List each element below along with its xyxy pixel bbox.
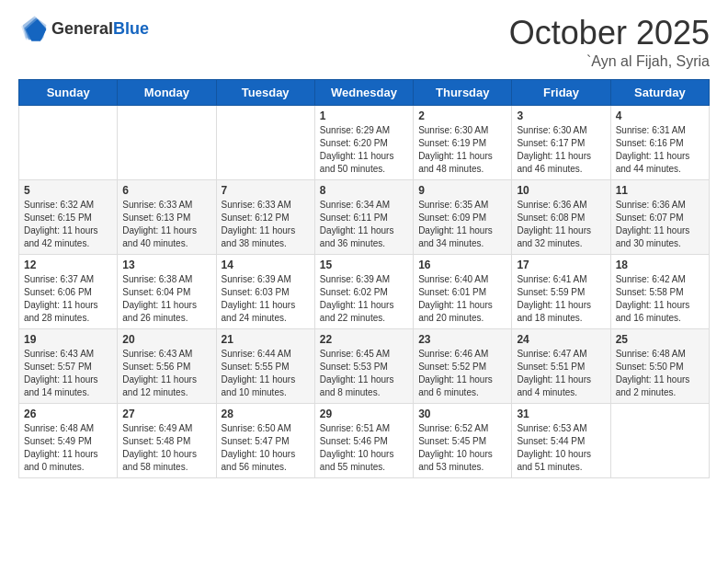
calendar-cell: 30Sunrise: 6:52 AMSunset: 5:45 PMDayligh… (414, 403, 512, 477)
day-info: Sunrise: 6:43 AMSunset: 5:57 PMDaylight:… (24, 348, 112, 399)
daylight-text: Daylight: 11 hours and 48 minutes. (418, 150, 506, 176)
day-number: 22 (320, 333, 408, 346)
daylight-text: Daylight: 11 hours and 40 minutes. (122, 224, 210, 250)
sunrise-text: Sunrise: 6:42 AM (616, 273, 704, 286)
day-number: 21 (222, 333, 310, 346)
day-number: 27 (122, 408, 210, 420)
sunrise-text: Sunrise: 6:43 AM (24, 348, 112, 361)
daylight-text: Daylight: 11 hours and 22 minutes. (320, 299, 408, 325)
sunrise-text: Sunrise: 6:33 AM (222, 199, 310, 212)
calendar-cell: 26Sunrise: 6:48 AMSunset: 5:49 PMDayligh… (19, 403, 118, 477)
day-number: 15 (320, 259, 408, 271)
calendar-cell: 3Sunrise: 6:30 AMSunset: 6:17 PMDaylight… (512, 105, 610, 179)
day-info: Sunrise: 6:48 AMSunset: 5:50 PMDaylight:… (616, 348, 704, 399)
day-info: Sunrise: 6:49 AMSunset: 5:48 PMDaylight:… (122, 422, 210, 474)
sunset-text: Sunset: 6:19 PM (418, 137, 506, 150)
sunset-text: Sunset: 6:02 PM (320, 286, 408, 299)
daylight-text: Daylight: 11 hours and 32 minutes. (517, 224, 605, 250)
daylight-text: Daylight: 11 hours and 14 minutes. (24, 373, 112, 399)
day-number: 5 (24, 184, 112, 197)
calendar-cell: 28Sunrise: 6:50 AMSunset: 5:47 PMDayligh… (216, 403, 314, 477)
daylight-text: Daylight: 11 hours and 36 minutes. (320, 224, 408, 250)
day-info: Sunrise: 6:29 AMSunset: 6:20 PMDaylight:… (320, 124, 408, 176)
day-number: 25 (616, 333, 704, 346)
calendar-cell: 4Sunrise: 6:31 AMSunset: 6:16 PMDaylight… (610, 105, 709, 179)
sunset-text: Sunset: 6:20 PM (320, 137, 408, 150)
sunset-text: Sunset: 6:04 PM (122, 286, 210, 299)
sunset-text: Sunset: 5:55 PM (222, 361, 310, 373)
day-info: Sunrise: 6:45 AMSunset: 5:53 PMDaylight:… (320, 348, 408, 399)
day-number: 4 (616, 109, 704, 122)
weekday-header: Monday (118, 79, 216, 105)
calendar-week-row: 5Sunrise: 6:32 AMSunset: 6:15 PMDaylight… (19, 179, 710, 254)
day-info: Sunrise: 6:34 AMSunset: 6:11 PMDaylight:… (320, 199, 408, 250)
sunset-text: Sunset: 6:16 PM (616, 137, 704, 150)
calendar-cell: 11Sunrise: 6:36 AMSunset: 6:07 PMDayligh… (610, 179, 709, 254)
daylight-text: Daylight: 11 hours and 30 minutes. (616, 224, 704, 250)
day-number: 17 (517, 259, 605, 271)
calendar-cell (610, 403, 709, 477)
logo-icon (18, 15, 48, 44)
daylight-text: Daylight: 11 hours and 10 minutes. (222, 373, 310, 399)
day-info: Sunrise: 6:36 AMSunset: 6:08 PMDaylight:… (517, 199, 605, 250)
sunrise-text: Sunrise: 6:48 AM (616, 348, 704, 361)
sunrise-text: Sunrise: 6:38 AM (122, 273, 210, 286)
sunset-text: Sunset: 5:46 PM (320, 435, 408, 448)
sunrise-text: Sunrise: 6:35 AM (418, 199, 506, 212)
sunrise-text: Sunrise: 6:33 AM (122, 199, 210, 212)
calendar-cell: 14Sunrise: 6:39 AMSunset: 6:03 PMDayligh… (216, 254, 314, 328)
day-number: 3 (517, 109, 605, 122)
calendar-week-row: 1Sunrise: 6:29 AMSunset: 6:20 PMDaylight… (19, 105, 710, 179)
daylight-text: Daylight: 10 hours and 56 minutes. (222, 448, 310, 474)
sunset-text: Sunset: 6:17 PM (517, 137, 605, 150)
calendar-cell: 2Sunrise: 6:30 AMSunset: 6:19 PMDaylight… (414, 105, 512, 179)
header: GeneralBlue October 2025 `Ayn al Fijah, … (18, 15, 710, 70)
daylight-text: Daylight: 11 hours and 28 minutes. (24, 299, 112, 325)
location: `Ayn al Fijah, Syria (509, 53, 710, 70)
sunset-text: Sunset: 5:47 PM (222, 435, 310, 448)
calendar-cell: 10Sunrise: 6:36 AMSunset: 6:08 PMDayligh… (512, 179, 610, 254)
calendar-cell (19, 105, 118, 179)
calendar-table: SundayMondayTuesdayWednesdayThursdayFrid… (18, 79, 710, 478)
day-info: Sunrise: 6:42 AMSunset: 5:58 PMDaylight:… (616, 273, 704, 325)
sunrise-text: Sunrise: 6:30 AM (418, 124, 506, 137)
calendar-cell: 1Sunrise: 6:29 AMSunset: 6:20 PMDaylight… (314, 105, 413, 179)
sunrise-text: Sunrise: 6:39 AM (222, 273, 310, 286)
sunset-text: Sunset: 6:03 PM (222, 286, 310, 299)
calendar-cell: 16Sunrise: 6:40 AMSunset: 6:01 PMDayligh… (414, 254, 512, 328)
day-number: 30 (418, 408, 506, 420)
day-number: 10 (517, 184, 605, 197)
calendar-cell: 8Sunrise: 6:34 AMSunset: 6:11 PMDaylight… (314, 179, 413, 254)
sunrise-text: Sunrise: 6:29 AM (320, 124, 408, 137)
sunrise-text: Sunrise: 6:46 AM (418, 348, 506, 361)
day-info: Sunrise: 6:30 AMSunset: 6:17 PMDaylight:… (517, 124, 605, 176)
daylight-text: Daylight: 11 hours and 4 minutes. (517, 373, 605, 399)
sunrise-text: Sunrise: 6:40 AM (418, 273, 506, 286)
sunrise-text: Sunrise: 6:45 AM (320, 348, 408, 361)
day-info: Sunrise: 6:48 AMSunset: 5:49 PMDaylight:… (24, 422, 112, 474)
sunrise-text: Sunrise: 6:47 AM (517, 348, 605, 361)
calendar-cell: 17Sunrise: 6:41 AMSunset: 5:59 PMDayligh… (512, 254, 610, 328)
calendar-cell (118, 105, 216, 179)
sunset-text: Sunset: 6:08 PM (517, 212, 605, 224)
sunset-text: Sunset: 5:50 PM (616, 361, 704, 373)
day-info: Sunrise: 6:39 AMSunset: 6:03 PMDaylight:… (222, 273, 310, 325)
calendar-cell: 24Sunrise: 6:47 AMSunset: 5:51 PMDayligh… (512, 328, 610, 403)
daylight-text: Daylight: 11 hours and 24 minutes. (222, 299, 310, 325)
day-info: Sunrise: 6:41 AMSunset: 5:59 PMDaylight:… (517, 273, 605, 325)
sunrise-text: Sunrise: 6:49 AM (122, 422, 210, 435)
day-number: 2 (418, 109, 506, 122)
sunrise-text: Sunrise: 6:53 AM (517, 422, 605, 435)
sunrise-text: Sunrise: 6:37 AM (24, 273, 112, 286)
sunset-text: Sunset: 5:52 PM (418, 361, 506, 373)
day-number: 29 (320, 408, 408, 420)
daylight-text: Daylight: 11 hours and 46 minutes. (517, 150, 605, 176)
day-info: Sunrise: 6:50 AMSunset: 5:47 PMDaylight:… (222, 422, 310, 474)
logo: GeneralBlue (18, 15, 149, 44)
calendar-cell: 19Sunrise: 6:43 AMSunset: 5:57 PMDayligh… (19, 328, 118, 403)
weekday-header: Friday (512, 79, 610, 105)
sunset-text: Sunset: 5:49 PM (24, 435, 112, 448)
day-number: 7 (222, 184, 310, 197)
daylight-text: Daylight: 11 hours and 6 minutes. (418, 373, 506, 399)
day-info: Sunrise: 6:51 AMSunset: 5:46 PMDaylight:… (320, 422, 408, 474)
